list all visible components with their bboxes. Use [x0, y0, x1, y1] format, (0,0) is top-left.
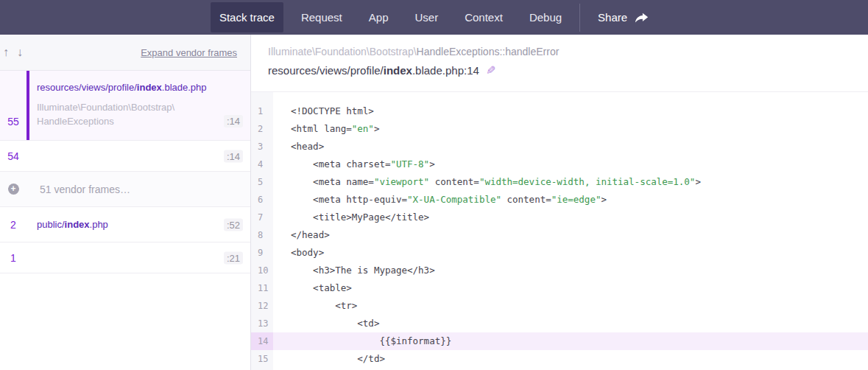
exception-class-prefix: Illuminate\Foundation\Bootstrap\ [268, 46, 417, 57]
code-line: 5 <meta name="viewport" content="width=d… [251, 173, 868, 191]
code-token: <h3>The is Mypage</h3> [291, 265, 435, 276]
line-number: 14 [251, 332, 273, 350]
exception-file-path: resources/views/profile/index.blade.php:… [268, 64, 479, 77]
exception-class-method: HandleExceptions::handleError [417, 46, 560, 57]
code-token: </td> [291, 353, 385, 364]
code-token: <meta charset= [291, 158, 390, 170]
code-line: 9<body> [251, 244, 868, 262]
stack-frame[interactable]: 1 :21 [0, 242, 250, 273]
code-line: 4 <meta charset="UTF-8"> [251, 156, 868, 173]
code-token: > [695, 176, 701, 187]
code-line: 8</head> [251, 226, 868, 244]
vendor-icon-col: + [0, 184, 27, 195]
share-button[interactable]: Share [589, 11, 657, 24]
code-text: <meta charset="UTF-8"> [273, 156, 435, 173]
line-number: 6 [251, 191, 273, 209]
path-prefix: public/ [37, 219, 65, 230]
tab-context[interactable]: Context [456, 2, 512, 32]
code-line: 3<head> [251, 138, 868, 156]
code-token: content= [429, 176, 479, 187]
code-token: <body> [291, 247, 324, 258]
code-text: <head> [273, 138, 324, 156]
frame-content: public/index.php [29, 218, 250, 231]
string-token: "width=device-width, initial-scale=1.0" [479, 176, 696, 187]
path-suffix: .blade.php [162, 82, 207, 93]
code-line: 15 </td> [251, 350, 868, 368]
stack-frame[interactable]: 54 :14 [0, 141, 250, 172]
code-token: </head> [291, 229, 330, 240]
code-token: <title>MyPage</title> [291, 212, 429, 223]
file-name: index [384, 64, 412, 77]
code-line: 7 <title>MyPage</title> [251, 209, 868, 226]
stack-frame[interactable]: 2 public/index.php :52 [0, 207, 250, 242]
code-token: <head> [291, 141, 324, 152]
code-token: <meta http-equiv= [291, 194, 407, 205]
string-token: "UTF-8" [390, 158, 429, 170]
line-number: 11 [251, 279, 273, 297]
code-line: 6 <meta http-equiv="X-UA-Compatible" con… [251, 191, 868, 209]
code-text: <body> [273, 244, 324, 262]
nav-divider [579, 4, 580, 32]
vendor-frames-toggle[interactable]: + 51 vendor frames… [0, 172, 250, 207]
code-line: 12 <tr> [251, 297, 868, 315]
code-line: 13 <td> [251, 315, 868, 332]
frame-class-line2: HandleExceptions [37, 114, 215, 128]
frame-number: 55 [0, 71, 27, 140]
line-number: 3 [251, 138, 273, 156]
pencil-icon: ✎ [486, 63, 495, 77]
path-prefix: resources/views/profile/ [37, 82, 137, 93]
next-frame-arrow-icon[interactable]: ↓ [15, 46, 24, 59]
expand-vendor-frames-link[interactable]: Expand vendor frames [141, 47, 237, 58]
path-suffix: .php [90, 219, 108, 230]
tab-request[interactable]: Request [292, 2, 351, 32]
code-text: {{$informat}} [273, 332, 451, 350]
line-number-badge: :14 [224, 115, 243, 128]
frame-nav-arrows: ↑ ↓ [1, 46, 24, 59]
string-token: "ie=edge" [551, 194, 601, 205]
stack-frame-selected[interactable]: 55 resources/views/profile/index.blade.p… [0, 71, 250, 141]
tab-user[interactable]: User [406, 2, 448, 32]
code-text: <meta http-equiv="X-UA-Compatible" conte… [273, 191, 607, 209]
code-line: 1<!DOCTYPE html> [251, 102, 868, 120]
code-text: </td> [273, 350, 385, 368]
stack-trace-sidebar: ↑ ↓ Expand vendor frames 55 resources/vi… [0, 35, 251, 370]
plus-circle-icon: + [8, 184, 19, 195]
code-token: <!DOCTYPE html> [291, 105, 374, 116]
path-filename: index [65, 219, 90, 230]
share-button-label: Share [598, 11, 627, 24]
code-panel: Illuminate\Foundation\Bootstrap\HandleEx… [251, 35, 868, 370]
frame-class-line1: Illuminate\Foundation\Bootstrap\ [37, 100, 215, 114]
code-token: <tr> [291, 300, 357, 311]
code-token: content= [501, 194, 551, 205]
file-prefix: resources/views/profile/ [268, 64, 384, 77]
file-suffix: .blade.php:14 [412, 64, 479, 77]
code-panel-header: Illuminate\Foundation\Bootstrap\HandleEx… [251, 35, 868, 91]
code-line: 2<html lang="en"> [251, 120, 868, 138]
code-token: > [601, 194, 607, 205]
code-text: <title>MyPage</title> [273, 209, 429, 226]
line-number: 7 [251, 209, 273, 226]
share-icon [635, 12, 649, 24]
code-text: <h3>The is Mypage</h3> [273, 262, 435, 279]
exception-file: resources/views/profile/index.blade.php:… [268, 63, 868, 77]
code-text: </head> [273, 226, 330, 244]
line-number: 5 [251, 173, 273, 191]
line-number: 15 [251, 350, 273, 368]
string-token: "en" [352, 123, 374, 134]
line-number: 9 [251, 244, 273, 262]
line-number: 13 [251, 315, 273, 332]
frame-number: 54 [0, 150, 27, 162]
nav-tabs: Stack traceRequestAppUserContextDebug [211, 0, 571, 35]
code-token: > [374, 123, 380, 134]
frame-file-path: public/index.php [37, 218, 215, 231]
open-in-editor-button[interactable]: ✎ [486, 63, 495, 77]
tab-debug[interactable]: Debug [521, 2, 571, 32]
string-token: "X-UA-Compatible" [407, 194, 501, 205]
code-line-highlighted: 14 {{$informat}} [251, 332, 868, 350]
tab-stack-trace[interactable]: Stack trace [211, 2, 283, 32]
tab-app[interactable]: App [360, 2, 398, 32]
line-number: 2 [251, 120, 273, 138]
line-number: 12 [251, 297, 273, 315]
previous-frame-arrow-icon[interactable]: ↑ [1, 46, 10, 59]
code-viewer: 1<!DOCTYPE html>2<html lang="en">3<head>… [251, 91, 868, 370]
